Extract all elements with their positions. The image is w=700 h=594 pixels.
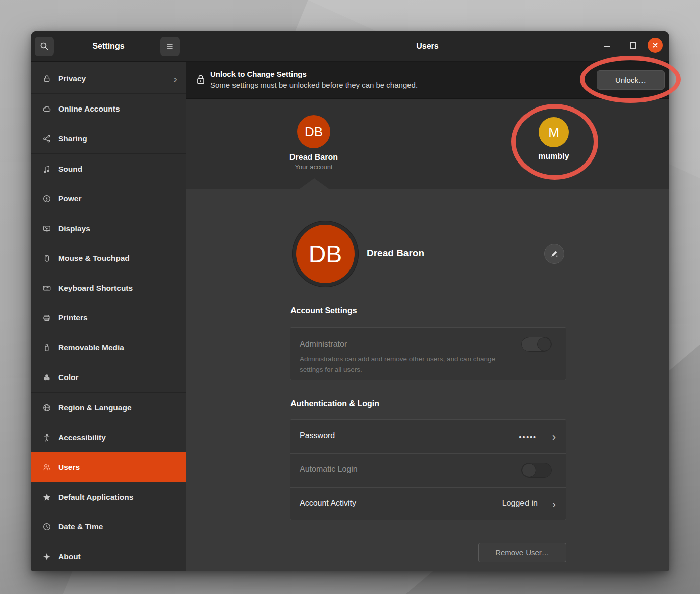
display-icon bbox=[42, 224, 52, 234]
sidebar-item-label: Power bbox=[58, 194, 82, 203]
sidebar-item-label: Mouse & Touchpad bbox=[58, 254, 130, 263]
annotation-circle-mumbly bbox=[511, 104, 598, 180]
desktop: Settings Users bbox=[0, 0, 700, 594]
avatar: DB bbox=[297, 115, 330, 148]
edit-name-button[interactable] bbox=[544, 244, 564, 264]
sidebar-item-about[interactable]: About bbox=[31, 542, 186, 571]
toggle-knob bbox=[537, 337, 551, 351]
administrator-toggle[interactable] bbox=[521, 337, 552, 352]
sidebar-item-accessibility[interactable]: Accessibility bbox=[31, 422, 186, 452]
sidebar-item-label: Online Accounts bbox=[58, 104, 120, 114]
sidebar-item-label: Sound bbox=[58, 165, 82, 174]
sidebar-item-label: Users bbox=[58, 463, 80, 472]
toggle-knob bbox=[522, 463, 536, 477]
automatic-login-label: Automatic Login bbox=[300, 465, 358, 474]
account-activity-value: Logged in bbox=[502, 499, 538, 508]
banner-subtitle: Some settings must be unlocked before th… bbox=[210, 80, 418, 91]
chevron-right-icon: › bbox=[552, 499, 556, 510]
page-title: Users bbox=[186, 31, 669, 61]
sidebar-item-sound[interactable]: Sound bbox=[31, 154, 186, 184]
administrator-row: Administrator Administrators can add and… bbox=[290, 328, 566, 381]
music-note-icon bbox=[42, 164, 52, 174]
panel-header: Users bbox=[186, 31, 669, 61]
selected-user-pointer bbox=[300, 178, 329, 189]
sidebar-item-region-language[interactable]: Region & Language bbox=[31, 393, 186, 422]
sidebar-item-users[interactable]: Users bbox=[31, 452, 186, 482]
minimize-button[interactable] bbox=[604, 46, 610, 47]
profile-avatar: DB bbox=[296, 225, 355, 283]
user-name: Dread Baron bbox=[273, 153, 354, 162]
user-card-dread-baron[interactable]: DB Dread Baron Your account bbox=[273, 115, 354, 171]
annotation-circle-unlock bbox=[580, 56, 681, 103]
sidebar-item-default-applications[interactable]: Default Applications bbox=[31, 482, 186, 512]
mouse-icon bbox=[42, 253, 52, 263]
flash-drive-icon bbox=[42, 343, 52, 353]
sidebar: Privacy › Online Accounts Sharing bbox=[31, 62, 186, 571]
sidebar-item-removable-media[interactable]: Removable Media bbox=[31, 333, 186, 362]
star-icon bbox=[42, 492, 52, 502]
sidebar-item-date-time[interactable]: Date & Time bbox=[31, 512, 186, 542]
sidebar-item-label: Displays bbox=[58, 224, 90, 233]
chevron-right-icon: › bbox=[173, 74, 177, 84]
password-row[interactable]: Password ••••• › bbox=[290, 420, 566, 453]
sidebar-item-label: Date & Time bbox=[58, 522, 103, 531]
account-activity-row[interactable]: Account Activity Logged in › bbox=[290, 487, 566, 521]
cloud-icon bbox=[42, 104, 52, 114]
sidebar-item-label: Keyboard Shortcuts bbox=[58, 284, 133, 293]
sidebar-item-mouse-touchpad[interactable]: Mouse & Touchpad bbox=[31, 243, 186, 273]
account-settings-card: Administrator Administrators can add and… bbox=[290, 327, 566, 380]
power-icon bbox=[42, 194, 52, 204]
banner-text: Unlock to Change Settings Some settings … bbox=[210, 69, 418, 91]
sidebar-item-online-accounts[interactable]: Online Accounts bbox=[31, 94, 186, 124]
administrator-description: Administrators can add and remove other … bbox=[300, 354, 516, 375]
menu-button[interactable] bbox=[160, 37, 180, 56]
sidebar-item-label: Sharing bbox=[58, 134, 87, 143]
authentication-login-card: Password ••••• › Automatic Login Account… bbox=[290, 419, 566, 520]
sidebar-item-label: Removable Media bbox=[58, 343, 124, 352]
accessibility-icon bbox=[42, 433, 52, 443]
sidebar-item-power[interactable]: Power bbox=[31, 184, 186, 213]
sidebar-item-displays[interactable]: Displays bbox=[31, 213, 186, 243]
password-label: Password bbox=[300, 431, 335, 440]
remove-user-button[interactable]: Remove User… bbox=[478, 543, 566, 562]
sidebar-item-color[interactable]: Color bbox=[31, 362, 186, 392]
chevron-right-icon: › bbox=[552, 431, 556, 443]
pencil-icon bbox=[550, 249, 559, 258]
globe-icon bbox=[42, 403, 52, 413]
automatic-login-toggle[interactable] bbox=[521, 463, 552, 478]
automatic-login-row: Automatic Login bbox=[290, 453, 566, 487]
user-subtitle: Your account bbox=[273, 163, 354, 171]
sidebar-item-label: Region & Language bbox=[58, 403, 132, 412]
sparkle-icon bbox=[42, 552, 52, 562]
padlock-icon bbox=[195, 73, 206, 86]
sidebar-item-label: Accessibility bbox=[58, 433, 106, 442]
profile-name: Dread Baron bbox=[367, 248, 424, 259]
sidebar-item-privacy[interactable]: Privacy › bbox=[31, 64, 186, 93]
close-button[interactable] bbox=[648, 38, 663, 53]
sidebar-item-keyboard-shortcuts[interactable]: Keyboard Shortcuts bbox=[31, 273, 186, 303]
sidebar-header: Settings bbox=[31, 31, 186, 61]
banner-title: Unlock to Change Settings bbox=[210, 69, 418, 80]
sidebar-item-label: Color bbox=[58, 373, 78, 382]
account-activity-label: Account Activity bbox=[300, 499, 356, 508]
administrator-label: Administrator bbox=[300, 340, 347, 349]
maximize-button[interactable] bbox=[630, 42, 636, 49]
color-circles-icon bbox=[42, 372, 52, 383]
lock-icon bbox=[42, 74, 52, 84]
users-icon bbox=[42, 462, 52, 472]
profile-avatar-ring[interactable]: DB bbox=[292, 221, 359, 287]
printer-icon bbox=[42, 313, 52, 323]
sidebar-item-sharing[interactable]: Sharing bbox=[31, 124, 186, 153]
hamburger-icon bbox=[166, 43, 174, 50]
close-icon bbox=[652, 42, 659, 49]
section-title-account-settings: Account Settings bbox=[290, 306, 357, 315]
sidebar-item-label: Printers bbox=[58, 313, 88, 322]
sidebar-item-label: About bbox=[58, 552, 81, 561]
keyboard-icon bbox=[42, 283, 52, 293]
sidebar-item-printers[interactable]: Printers bbox=[31, 303, 186, 333]
sidebar-item-label: Privacy bbox=[58, 74, 86, 83]
section-title-authentication-login: Authentication & Login bbox=[290, 399, 379, 408]
clock-icon bbox=[42, 522, 52, 532]
sidebar-item-label: Default Applications bbox=[58, 493, 133, 502]
user-detail-panel: DB Dread Baron Account Settings Administ… bbox=[186, 189, 669, 571]
